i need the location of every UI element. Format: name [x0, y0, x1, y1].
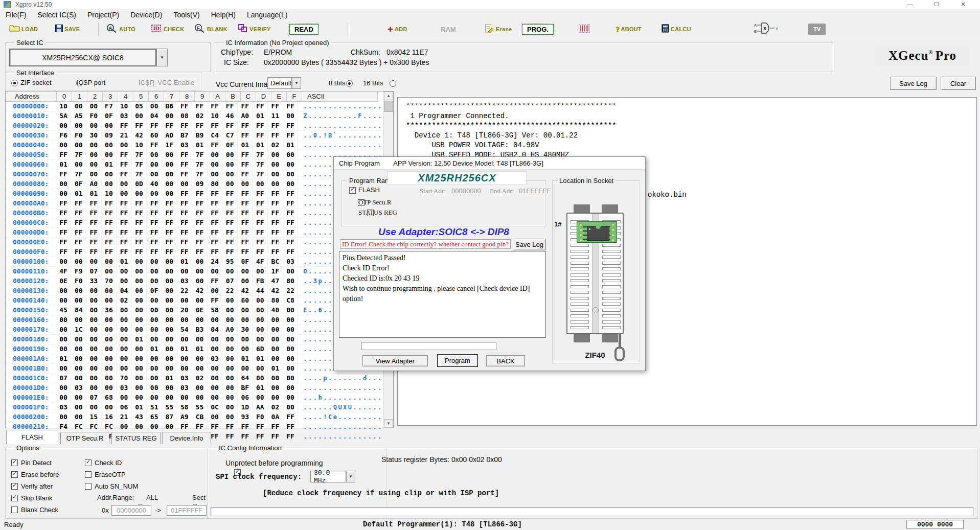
option-eraseotp[interactable]: EraseOTP [85, 470, 126, 478]
check-id-button[interactable]: ID CHECK [151, 23, 185, 35]
hex-row[interactable]: 000001E0:0000076800000000000000000600000… [6, 393, 383, 403]
hex-row[interactable]: 000000C0:FFFFFFFFFFFFFFFFFFFFFFFFFFFFFFF… [6, 218, 383, 228]
option-check-id[interactable]: Check ID [85, 458, 122, 467]
hex-row[interactable]: 00000040:000000000010FF1F0301FF0F0101020… [6, 141, 383, 150]
option-skip-blank[interactable]: Skip Blank [11, 494, 52, 502]
auto-button[interactable]: A AUTO [106, 23, 135, 35]
hex-row[interactable]: 00000210:F4FCFCFC00000000FFFFFFFFFFFFFFF… [6, 422, 383, 432]
hex-row[interactable]: 00000080:000FA000000D4000000980000000000… [6, 179, 383, 189]
minimize-button[interactable]: — [900, 0, 920, 9]
menu-item[interactable]: Help(H) [206, 9, 241, 20]
spi-frequency-select[interactable]: 30.0 MHz [310, 471, 346, 482]
hex-row[interactable]: 000001D0:000300000300000003000000BF01000… [6, 383, 383, 393]
hex-row[interactable]: 00000060:01000001FF7F0000FF7F0000FF7F000… [6, 160, 383, 170]
about-button[interactable]: ? ABOUT [616, 23, 642, 35]
scrollbar-thumb[interactable] [384, 101, 393, 112]
checkbox[interactable] [11, 471, 18, 478]
read-button[interactable]: READ [289, 23, 318, 35]
tab-flash[interactable]: FLASH [6, 430, 58, 444]
bits8-radio[interactable] [346, 80, 353, 87]
option-auto-sn-num[interactable]: Auto SN_NUM [85, 482, 138, 490]
back-button[interactable]: BACK [486, 355, 525, 366]
ic-select-combobox[interactable]: XM25RH256CX@ SOIC8 [9, 49, 156, 66]
save-log-button[interactable]: Save Log [890, 77, 937, 90]
hex-row[interactable]: 000001B0:0000000000000000000000000000010… [6, 364, 383, 374]
checkbox[interactable] [11, 459, 18, 466]
hex-row[interactable]: 00000000:100000F7100500B6FFFFFFFFFFFFFFF… [6, 102, 383, 111]
bits16-radio[interactable] [390, 80, 396, 87]
checkbox[interactable] [11, 506, 18, 513]
hex-row[interactable]: 00000160:0000000000000000000000000000000… [6, 315, 383, 325]
hex-body[interactable]: 00000000:100000F7100500B6FFFFFFFFFFFFFFF… [6, 102, 383, 442]
hex-row[interactable]: 000001A0:0100000000000000000003000101000… [6, 354, 383, 364]
hex-row[interactable]: 00000150:4584003600000000200E58000000400… [6, 306, 383, 315]
blank-button[interactable]: F BLANK [194, 23, 227, 35]
view-adapter-button[interactable]: View Adapter [362, 355, 428, 366]
clear-button[interactable]: Clear [941, 77, 976, 90]
hex-row[interactable]: 000000F0:FFFFFFFFFFFFFFFFFFFFFFFFFFFFFFF… [6, 247, 383, 257]
tab-otp-secu-r[interactable]: OTP Secu.R [60, 432, 109, 444]
vcc-imax-dropdown-button[interactable]: ▼ [292, 77, 301, 89]
hex-row[interactable]: 00000190:000000000000010001010000006D000… [6, 344, 383, 354]
hex-row[interactable]: 00000130:0000000004000F00224200224244422… [6, 286, 383, 296]
checkbox[interactable] [85, 459, 92, 466]
tab-status-reg[interactable]: STATUS REG [111, 432, 161, 444]
option-erase-before[interactable]: Erase before [11, 470, 59, 478]
option-pin-detect[interactable]: Pin Detect [11, 458, 52, 467]
hex-row[interactable]: 00000070:FF7F0000FF7F0000FF7F0000FF7F000… [6, 170, 383, 179]
verify-button[interactable]: VERIFY [238, 23, 271, 35]
scroll-up-button[interactable]: ▲ [384, 91, 393, 100]
prog-button[interactable]: PROG. [522, 23, 554, 35]
calcu-button[interactable]: CALCU [662, 23, 691, 35]
option-blank-check[interactable]: Blank Check [11, 505, 58, 514]
tab-device-info[interactable]: Device.Info [162, 432, 211, 444]
dialog-caption[interactable]: Chip Program APP Version: 12.50 Device M… [334, 157, 645, 170]
hex-row[interactable]: 000000E0:FFFFFFFFFFFFFFFFFFFFFFFFFFFFFFF… [6, 238, 383, 247]
menu-item[interactable]: Language(L) [241, 9, 293, 20]
hex-row[interactable]: 00000170:001C00000000000054B304A03000000… [6, 325, 383, 335]
tv-button[interactable]: TV [808, 23, 826, 35]
hex-row[interactable]: 000000A0:FFFFFFFFFFFFFFFFFFFFFFFFFFFFFFF… [6, 199, 383, 209]
checkbox[interactable] [11, 483, 18, 490]
flash-checkbox[interactable] [349, 187, 356, 194]
checkbox[interactable] [85, 471, 92, 478]
hex-row[interactable]: 00000110:4FF90700000000000000000000001F0… [6, 267, 383, 276]
hex-row[interactable]: 00000020:00000000FFFFFFFFFFFFFFFFFFFFFFF… [6, 121, 383, 131]
hex-row[interactable]: 00000180:0000000000010000000000000000000… [6, 335, 383, 344]
hex-row[interactable]: 00000090:0001011000000000FFFFFFFFFFFFFFF… [6, 189, 383, 199]
close-button[interactable]: ✕ [953, 0, 973, 9]
menu-item[interactable]: Device(D) [125, 9, 168, 20]
hex-row[interactable]: 00000140:00000000020000000000FF00600080C… [6, 296, 383, 306]
dialog-save-log-button[interactable]: Save Log [513, 239, 546, 250]
save-button[interactable]: SAVE [55, 23, 80, 35]
maximize-button[interactable]: ☐ [926, 0, 947, 9]
menu-item[interactable]: Project(P) [82, 9, 125, 20]
hex-row[interactable]: 000001F0:030000000601515558550C001DAA020… [6, 403, 383, 412]
hex-row[interactable]: 000000D0:FFFFFFFFFFFFFFFFFFFFFFFFFFFFFFF… [6, 228, 383, 238]
hex-row[interactable]: 00000200:0000151621436587A9CB000093F00AF… [6, 412, 383, 422]
load-button[interactable]: LOAD [9, 23, 38, 35]
checkbox[interactable] [11, 495, 18, 501]
hex-row[interactable]: 000001C0:0700000070000001030200006400000… [6, 374, 383, 383]
ic-select-dropdown-button[interactable]: ▼ [156, 49, 168, 66]
hex-row[interactable]: 00000030:F6F03009214260ADB7B9C4C7FFFFFFF… [6, 131, 383, 141]
program-button[interactable]: Program [438, 355, 477, 366]
hex-row[interactable]: 00000010:5AA5F00F0300040008021046A001110… [6, 111, 383, 121]
hex-row[interactable]: 00000120:0EF03370000000000300FF0700FB478… [6, 276, 383, 286]
checkbox[interactable] [85, 483, 92, 490]
menu-item[interactable]: Select IC(S) [32, 9, 81, 20]
scroll-down-button[interactable]: ▼ [384, 419, 393, 428]
option-verify-after[interactable]: Verify after [11, 482, 53, 490]
hex-row[interactable]: 00000050:FF7F0000FF7F0000FF7F0000FF7F000… [6, 150, 383, 160]
grille-icon-button[interactable] [578, 23, 590, 35]
vcc-imax-select[interactable]: Default [267, 77, 292, 89]
addr-to-input[interactable]: 01FFFFFF [167, 505, 207, 516]
hex-row[interactable]: 000000B0:FFFFFFFFFFFFFFFFFFFFFFFFFFFFFFF… [6, 209, 383, 218]
addr-from-input[interactable]: 00000000 [111, 505, 151, 516]
zif-socket-radio[interactable] [11, 80, 18, 86]
add-button[interactable]: + ADD [388, 23, 407, 35]
spi-frequency-dropdown-button[interactable]: ▼ [346, 471, 355, 482]
ram-button[interactable]: RAM [441, 23, 456, 35]
erase-button[interactable]: Erase [485, 23, 512, 35]
hex-row[interactable]: 00000100:0000000001000000010024950F4FBC0… [6, 257, 383, 267]
